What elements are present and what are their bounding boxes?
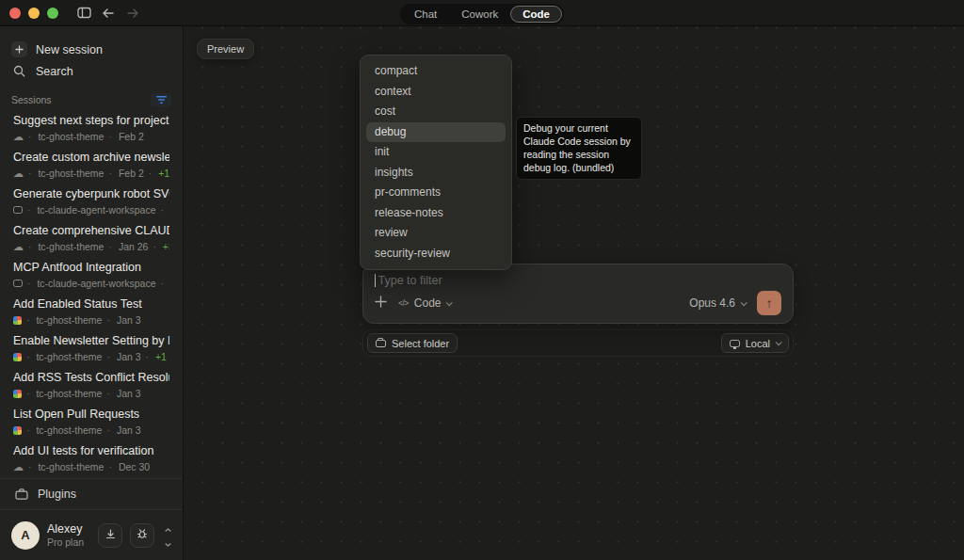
list-item[interactable]: MCP Antfood Integration tc-claude-agent-… <box>13 261 169 289</box>
app-window: Chat Cowork Code New session Search Sess… <box>0 0 964 560</box>
arrow-right-icon <box>126 8 139 19</box>
menu-item-security-review[interactable]: security-review <box>366 244 506 264</box>
plus-icon <box>375 296 387 311</box>
session-source-icon <box>13 462 24 472</box>
user-account-row[interactable]: A Alexey Pro plan <box>0 509 183 560</box>
forward-button[interactable] <box>120 3 145 24</box>
folder-bar: Select folder Local <box>362 329 794 357</box>
session-source-icon <box>13 426 22 435</box>
session-source-icon <box>13 353 22 361</box>
model-label: Opus 4.6 <box>689 296 735 310</box>
attach-button[interactable] <box>375 296 387 311</box>
session-repo: tc-claude-agent-workspace <box>27 204 155 216</box>
tab-code[interactable]: Code <box>510 6 562 23</box>
composer: </> Code Opus 4.6 ↑ <box>362 264 794 324</box>
session-date: Feb 2 <box>108 168 143 179</box>
menu-item-debug[interactable]: debug <box>366 122 506 143</box>
location-selector[interactable]: Local <box>721 333 789 353</box>
plugins-label: Plugins <box>38 488 76 501</box>
session-list: Suggest next steps for project tc-ghost-… <box>0 108 183 478</box>
session-date: Jan 23 <box>160 278 169 289</box>
window-controls <box>9 8 58 19</box>
debug-report-button[interactable] <box>130 523 154 548</box>
slash-command-menu: compact context cost debug init insights… <box>360 55 512 270</box>
zoom-window-button[interactable] <box>47 8 58 19</box>
location-label: Local <box>746 338 770 349</box>
text-cursor <box>375 274 376 287</box>
filter-sessions-button[interactable] <box>151 93 171 107</box>
session-title: Add UI tests for verification <box>13 444 169 457</box>
session-source-icon <box>13 168 24 179</box>
session-date: Jan 3 <box>106 388 140 399</box>
search-button[interactable]: Search <box>11 60 171 82</box>
sidebar-toggle-button[interactable] <box>72 3 96 24</box>
download-button[interactable] <box>98 523 122 548</box>
mode-selector[interactable]: </> Code <box>398 296 451 310</box>
list-item[interactable]: Suggest next steps for project tc-ghost-… <box>13 114 169 142</box>
account-switcher-button[interactable] <box>163 519 173 552</box>
list-item[interactable]: Generate cyberpunk robot SVG artw tc-cla… <box>13 187 169 216</box>
list-item[interactable]: Create custom archive newsletter pe tc-g… <box>13 151 169 179</box>
select-folder-button[interactable]: Select folder <box>367 333 458 353</box>
session-source-icon <box>13 316 22 325</box>
session-repo: tc-ghost-theme <box>28 168 104 179</box>
session-date: Jan 3 <box>106 314 140 326</box>
mode-label: Code <box>414 296 442 310</box>
list-item[interactable]: Add UI tests for verification tc-ghost-t… <box>13 444 169 472</box>
mode-tabs: Chat Cowork Code <box>400 4 564 24</box>
list-item[interactable]: Add RSS Tests Conflict Resolution tc-gho… <box>13 371 169 399</box>
session-source-icon <box>13 280 23 287</box>
session-date: Dec 30 <box>108 461 150 472</box>
menu-item-release-notes[interactable]: release-notes <box>366 203 506 224</box>
list-item[interactable]: List Open Pull Requests tc-ghost-theme J… <box>13 408 169 436</box>
tab-chat[interactable]: Chat <box>402 6 449 23</box>
code-brackets-icon: </> <box>398 298 409 308</box>
session-title: Enable Newsletter Setting by Defaul <box>13 334 169 347</box>
user-plan: Pro plan <box>47 536 90 548</box>
chevron-down-icon <box>776 339 782 345</box>
menu-item-review[interactable]: review <box>366 223 506 244</box>
arrow-left-icon <box>102 8 115 19</box>
sidebar-item-plugins[interactable]: Plugins <box>0 478 183 509</box>
chevron-down-icon <box>165 536 171 550</box>
monitor-icon <box>730 340 740 347</box>
session-repo: tc-ghost-theme <box>28 131 104 142</box>
menu-item-insights[interactable]: insights <box>366 163 506 184</box>
sidebar-toggle-icon <box>77 7 91 19</box>
menu-item-init[interactable]: init <box>366 142 506 163</box>
minimize-window-button[interactable] <box>28 8 40 19</box>
select-folder-label: Select folder <box>392 338 449 349</box>
back-button[interactable] <box>96 3 120 24</box>
session-title: Suggest next steps for project <box>13 114 169 127</box>
session-title: Generate cyberpunk robot SVG artw <box>13 187 169 200</box>
list-item[interactable]: Add Enabled Status Test tc-ghost-theme J… <box>13 297 169 326</box>
send-button[interactable]: ↑ <box>757 291 781 315</box>
session-date: Jan 26 <box>108 241 148 252</box>
new-session-button[interactable]: New session <box>11 39 171 60</box>
menu-item-compact[interactable]: compact <box>366 61 506 82</box>
arrow-up-icon: ↑ <box>766 296 773 311</box>
session-source-icon <box>13 132 24 142</box>
list-item[interactable]: Create comprehensive CLAUDE.md tc-ghost-… <box>13 224 169 252</box>
session-date: Jan 3 <box>106 351 140 362</box>
filter-input[interactable] <box>378 274 781 287</box>
session-repo: tc-ghost-theme <box>28 241 104 252</box>
close-window-button[interactable] <box>9 8 21 19</box>
session-source-icon <box>13 242 24 252</box>
toolbox-icon <box>13 488 29 500</box>
menu-item-cost[interactable]: cost <box>366 102 506 122</box>
menu-item-pr-comments[interactable]: pr-comments <box>366 183 506 203</box>
preview-button[interactable]: Preview <box>197 39 254 59</box>
list-item[interactable]: Enable Newsletter Setting by Defaul tc-g… <box>13 334 169 362</box>
titlebar: Chat Cowork Code <box>0 0 964 26</box>
diff-added: +155 <box>149 168 169 179</box>
menu-item-context[interactable]: context <box>366 82 506 103</box>
plus-icon <box>11 41 27 57</box>
session-title: Add Enabled Status Test <box>13 297 169 311</box>
folder-icon <box>376 340 386 347</box>
tab-cowork[interactable]: Cowork <box>449 6 510 23</box>
sessions-section-label: Sessions <box>11 94 52 105</box>
bug-icon <box>137 528 148 542</box>
model-selector[interactable]: Opus 4.6 <box>689 296 746 310</box>
session-repo: tc-claude-agent-workspace <box>27 278 155 289</box>
